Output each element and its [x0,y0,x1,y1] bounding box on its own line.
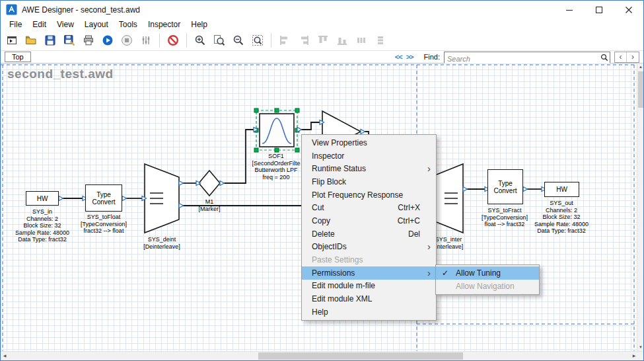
menu-item-cut[interactable]: CutCtrl+X [302,201,436,214]
menu-inspector[interactable]: Inspector [143,20,186,29]
menu-item-view-properties[interactable]: View Properties [302,136,436,149]
zoom-out-button[interactable] [230,32,247,49]
zoom-region-button[interactable] [249,32,266,49]
align-bottom-button[interactable] [334,32,351,49]
minimize-button[interactable] [554,1,584,19]
run-icon [102,34,114,46]
menu-file[interactable]: File [4,20,27,29]
align-right-button[interactable] [295,32,312,49]
search-icon [600,54,608,61]
sys-deint-caption: SYS_deint [Deinterleave] [143,236,180,250]
sys-out-block[interactable]: HW [544,182,579,197]
menu-item-allow-tuning[interactable]: Allow Tuning [436,266,539,280]
marker-caption: M1 [Marker] [198,198,220,212]
menu-item-permissions[interactable]: Permissions [302,266,436,280]
zoom-out-icon [233,34,244,46]
maximize-icon [593,4,605,16]
align-left-button[interactable] [276,32,293,49]
build-icon [83,34,94,46]
align-bottom-icon [336,34,348,46]
new-button[interactable] [3,32,20,49]
checkmark-icon [442,268,452,278]
zoom-fit-button[interactable] [211,32,228,49]
sys-tofloat-caption: SYS_toFloat [TypeConversion] fract32 -->… [81,214,127,235]
open-button[interactable] [22,32,40,49]
history-back-button[interactable]: << [395,53,402,61]
sys-out-caption: SYS_out Channels: 2 Block Size: 32 Sampl… [534,200,589,235]
menu-item-objectids[interactable]: ObjectIDs [302,241,436,254]
minimize-icon [563,4,575,16]
zoom-fit-icon [213,34,225,46]
vertical-scroll-thumb[interactable] [638,71,643,108]
halt-audio-icon [167,34,179,46]
find-prev-button[interactable]: ‹ [615,52,627,62]
save-as-icon [63,34,75,46]
menu-item-copy[interactable]: CopyCtrl+C [302,214,436,227]
align-right-icon [298,34,310,46]
profile-button[interactable] [137,32,155,49]
shortcut-label: Ctrl+X [398,203,420,212]
breadcrumb-top[interactable]: Top [5,52,31,62]
sys-in-block[interactable]: HW [26,191,59,206]
new-icon [6,34,18,46]
align-top-icon [317,34,329,46]
find-next-button[interactable]: › [627,52,639,62]
align-top-button[interactable] [314,32,332,49]
menu-tools[interactable]: Tools [114,20,143,29]
scroll-up-arrow[interactable]: ▲ [637,63,644,71]
profile-icon [140,34,152,46]
scroll-down-arrow[interactable]: ▼ [637,344,644,351]
maximize-button[interactable] [584,1,614,19]
sys-tofloat-block[interactable]: Type Convert [85,184,122,212]
close-button[interactable] [614,1,643,19]
menu-item-inspector[interactable]: Inspector [302,149,436,163]
distribute-horizontal-button[interactable] [353,32,370,49]
horizontal-scrollbar[interactable]: ◀ ▶ [1,351,644,360]
scroll-right-arrow[interactable]: ▶ [630,352,638,360]
save-button[interactable] [42,32,59,49]
horizontal-scroll-thumb[interactable] [258,352,463,360]
sof1-block[interactable] [254,108,299,152]
app-logo-icon [6,4,17,15]
sys-tofract-block[interactable]: Type Convert [487,169,523,204]
menu-item-delete[interactable]: DeleteDel [302,227,436,241]
distribute-vertical-button[interactable] [372,32,389,49]
menu-item-flip-block[interactable]: Flip Block [302,175,436,188]
find-box [444,52,610,63]
find-label: Find: [424,53,440,61]
search-input[interactable] [445,54,610,63]
marker-block[interactable] [199,171,220,196]
halt-audio-button[interactable] [164,32,182,49]
vertical-scrollbar[interactable]: ▲ ▼ [637,63,643,351]
zoom-region-icon [252,34,264,46]
menu-item-help[interactable]: Help [302,305,436,319]
menu-layout[interactable]: Layout [79,20,114,29]
stop-button[interactable] [118,32,135,49]
sys-tofract-caption: SYS_toFract [TypeConversion] float --> f… [482,207,528,228]
menu-item-runtime-status[interactable]: Runtime Status [302,162,436,175]
save-icon [44,34,56,46]
menu-item-edit-module-m-file[interactable]: Edit module m-file [302,280,436,293]
history-forward-button[interactable]: >> [406,53,413,61]
zoom-in-icon [194,34,206,46]
save-as-button[interactable] [61,32,78,49]
menu-item-plot-frequency-response[interactable]: Plot Frequency Response [302,188,436,202]
menu-help[interactable]: Help [186,20,213,29]
open-folder-icon [25,34,37,46]
app-window: AWE Designer - second_test.awd File Edit… [0,0,644,361]
menu-edit[interactable]: Edit [27,20,52,29]
menu-view[interactable]: View [52,20,79,29]
title-bar: AWE Designer - second_test.awd [1,1,643,19]
run-button[interactable] [99,32,116,49]
main-area: second_test.awd [1,63,643,351]
menu-item-edit-module-xml[interactable]: Edit module XML [302,292,436,305]
close-icon [623,4,635,16]
scroll-left-arrow[interactable]: ◀ [1,352,9,360]
sys-inter-caption: SYS_inter [Interleave] [434,236,464,250]
toolbar-separator [186,33,187,48]
build-button[interactable] [80,32,97,49]
design-canvas[interactable]: second_test.awd [1,63,637,351]
nav-bar: Top << >> Find: ‹ › [1,51,643,63]
zoom-in-button[interactable] [192,32,209,49]
align-left-icon [279,34,291,46]
